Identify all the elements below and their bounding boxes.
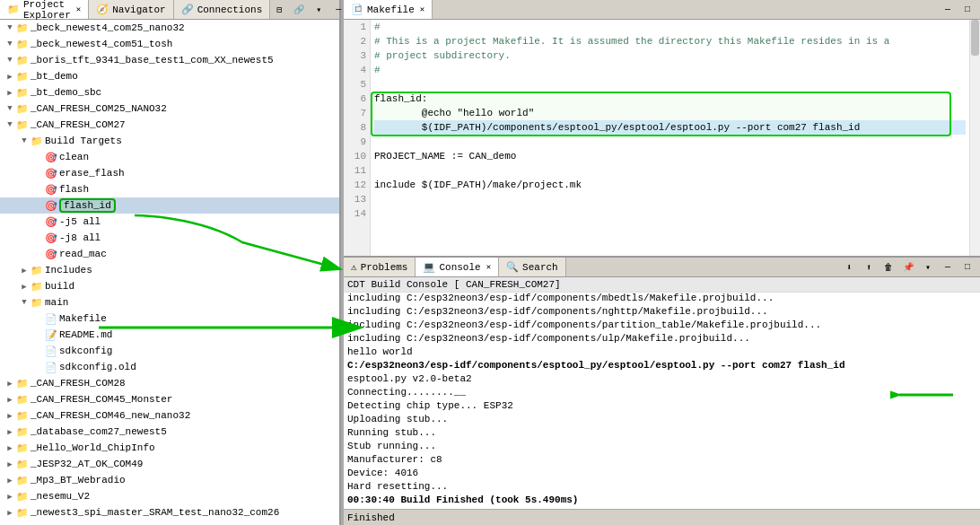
project-explorer-icon: 📁 [7, 4, 20, 15]
tree-item[interactable]: ▶ 📁 _newest3_spi_master_SRAM_test_nano32… [0, 504, 339, 521]
tree-item[interactable]: ▶ 📁 _Mp3_BT_Webradio [0, 472, 339, 488]
tree-item[interactable]: 📄 sdkconfig.old [0, 359, 339, 375]
tab-connections[interactable]: 🔗 Connections [174, 0, 271, 19]
tree-item-label: _CAN_FRESH_COM27 [31, 119, 126, 130]
tab-makefile-label: Makefile [367, 4, 415, 15]
tree-item[interactable]: ▶ 📁 _CAN_FRESH_COM28 [0, 375, 339, 391]
tree-toggle[interactable]: ▶ [4, 474, 16, 486]
tree-item-icon: 📄 [45, 361, 57, 373]
tree-toggle[interactable]: ▶ [4, 70, 16, 83]
tree-item[interactable]: ▼ 📁 _beck_newest4_com25_nano32 [0, 20, 339, 36]
tab-navigator-label: Navigator [112, 4, 165, 15]
tree-toggle[interactable]: ▶ [4, 506, 16, 519]
tree-item[interactable]: ▼ 📁 Build Targets [0, 133, 339, 149]
tree-item[interactable]: 🎯 read_mac [0, 246, 339, 262]
tree-item[interactable]: ▶ 📁 _database_com27_newest5 [0, 424, 339, 440]
code-line [374, 163, 966, 178]
connections-icon: 🔗 [181, 4, 194, 15]
tree-item[interactable]: 🎯 erase_flash [0, 165, 339, 181]
tree-item[interactable]: ▼ 📁 _CAN_FRESH_COM27 [0, 117, 339, 133]
tree-item[interactable]: ▼ 📁 _beck_newest4_com51_tosh [0, 36, 339, 52]
clear-console-button[interactable]: 🗑 [879, 259, 897, 276]
console-line: 00:30:40 Build Finished (took 5s.490ms) [347, 494, 976, 507]
line-number: 3 [347, 48, 366, 63]
tree-item[interactable]: ▶ 📁 _JESP32_AT_OK_COM49 [0, 456, 339, 472]
tree-toggle[interactable]: ▶ [4, 490, 16, 503]
tree-item[interactable]: 🎯 clean [0, 149, 339, 165]
tab-problems[interactable]: ⚠ Problems [344, 258, 416, 276]
tree-item[interactable]: ▼ 📁 main [0, 294, 339, 311]
tree-item[interactable]: ▶ 📁 _bt_demo [0, 68, 339, 84]
console-minimize-button[interactable]: — [939, 259, 957, 276]
console-icon: 💻 [423, 261, 435, 273]
console-header: CDT Build Console [ CAN_FRESH_COM27] [344, 277, 980, 293]
search-icon: 🔍 [506, 261, 519, 273]
tree-toggle[interactable]: ▼ [18, 135, 31, 147]
tree-toggle[interactable]: ▶ [18, 264, 31, 276]
tree-item[interactable]: ▶ 📁 _nesemu_V2 [0, 488, 339, 504]
tree-item[interactable]: 📝 README.md [0, 327, 339, 343]
tab-console-label: Console [439, 262, 480, 273]
code-editor: 1234567891011121314 ## This is a project… [344, 20, 980, 256]
scroll-up-button[interactable]: ⬆ [860, 259, 878, 276]
line-number: 8 [347, 120, 366, 135]
tree-item[interactable]: ▼ 📁 _CAN_FRESH_COM25_NANO32 [0, 101, 339, 117]
tree-toggle[interactable]: ▶ [4, 442, 16, 454]
tree-toggle[interactable]: ▶ [4, 86, 16, 99]
maximize-button[interactable]: □ [349, 2, 367, 18]
tree-toggle[interactable]: ▶ [4, 393, 16, 406]
tree-toggle[interactable]: ▶ [18, 280, 31, 293]
code-content[interactable]: ## This is a project Makefile. It is ass… [371, 20, 969, 256]
tree-item[interactable]: ▶ 📁 _Hello_World_ChipInfo [0, 440, 339, 456]
tab-console-close[interactable]: ✕ [486, 262, 491, 272]
tree-item[interactable]: ▶ 📁 Includes [0, 262, 339, 278]
console-menu-button[interactable]: ▾ [919, 259, 937, 276]
collapse-all-button[interactable]: ⊟ [270, 2, 288, 18]
scroll-down-button[interactable]: ⬇ [840, 259, 858, 276]
code-line: # [374, 20, 966, 34]
tree-item[interactable]: ▶ 📁 build [0, 278, 339, 294]
editor-maximize-button[interactable]: □ [958, 2, 976, 18]
tree-item[interactable]: 🎯 -j8 all [0, 230, 339, 246]
tab-connections-label: Connections [197, 4, 263, 15]
tab-search[interactable]: 🔍 Search [499, 258, 566, 276]
tree-toggle[interactable]: ▶ [4, 377, 16, 389]
tree-toggle[interactable]: ▼ [4, 22, 16, 34]
minimize-button[interactable]: — [329, 2, 347, 18]
link-editor-button[interactable]: 🔗 [290, 2, 308, 18]
tree-toggle[interactable]: ▼ [18, 296, 31, 309]
editor-minimize-button[interactable]: — [939, 2, 957, 18]
tab-console[interactable]: 💻 Console ✕ [416, 258, 499, 276]
tab-navigator[interactable]: 🧭 Navigator [89, 0, 173, 19]
tree-toggle[interactable]: ▶ [4, 458, 16, 470]
tree-item[interactable]: 📄 Makefile [0, 311, 339, 327]
tree-item[interactable]: 🎯 flash [0, 181, 339, 197]
tab-project-explorer[interactable]: 📁 Project Explorer ✕ [0, 0, 89, 19]
tree-item-label: sdkconfig [59, 346, 112, 356]
pin-console-button[interactable]: 📌 [899, 259, 917, 276]
tree-item[interactable]: 🎯 -j5 all [0, 214, 339, 230]
code-line: # [374, 63, 966, 77]
line-number: 6 [347, 92, 366, 106]
tree-toggle[interactable]: ▼ [4, 54, 16, 66]
console-line: Hard resetting... [347, 480, 976, 494]
line-number: 10 [347, 149, 366, 163]
tree-item[interactable]: ▶ 📁 _CAN_FRESH_COM46_new_nano32 [0, 407, 339, 424]
tree-item[interactable]: ▶ 📁 _CAN_FRESH_COM45_Monster [0, 391, 339, 407]
tree-toggle[interactable]: ▶ [4, 425, 16, 438]
console-maximize-button[interactable]: □ [958, 259, 976, 276]
console-header-text: CDT Build Console [ CAN_FRESH_COM27] [347, 279, 561, 290]
tree-item[interactable]: 📄 sdkconfig [0, 343, 339, 359]
tree-toggle[interactable]: ▼ [4, 38, 16, 50]
tab-makefile-close[interactable]: ✕ [420, 4, 424, 14]
tree-toggle[interactable]: ▶ [4, 409, 16, 422]
tree-item[interactable]: 🎯 flash_id [0, 197, 339, 214]
tree-toggle[interactable]: ▼ [4, 102, 16, 115]
panel-menu-button[interactable]: ▾ [310, 2, 328, 18]
tree-item-label: clean [59, 152, 89, 162]
tree-toggle[interactable]: ▼ [4, 118, 16, 131]
tree-item[interactable]: ▼ 📁 _boris_tft_9341_base_test1_com_XX_ne… [0, 52, 339, 68]
tab-project-explorer-close[interactable]: ✕ [76, 4, 81, 14]
tree-item[interactable]: ▶ 📁 _bt_demo_sbc [0, 84, 339, 101]
console-line: including C:/esp32neon3/esp-idf/componen… [347, 319, 976, 332]
